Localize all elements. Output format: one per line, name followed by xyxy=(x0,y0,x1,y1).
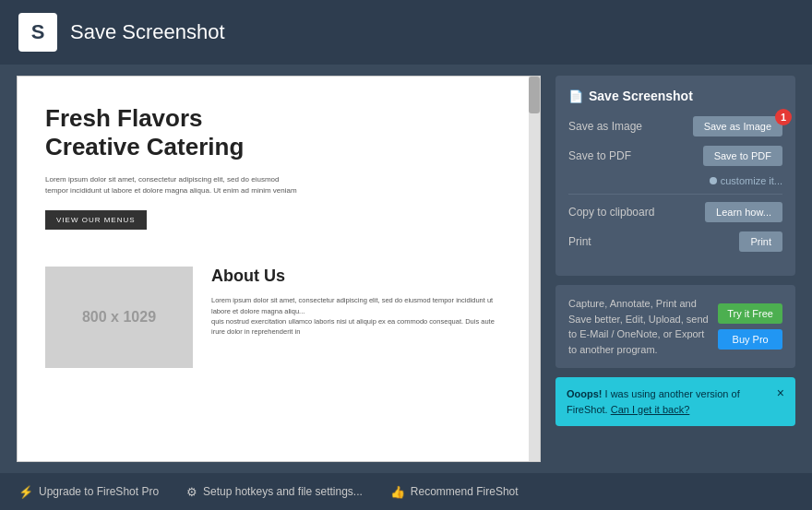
app-footer: ⚡ Upgrade to FireShot Pro ⚙ Setup hotkey… xyxy=(0,473,812,510)
about-image: 800 x 1029 xyxy=(45,267,193,368)
footer-upgrade[interactable]: ⚡ Upgrade to FireShot Pro xyxy=(18,485,159,499)
main-content: Fresh Flavors Creative Catering Lorem ip… xyxy=(0,65,812,473)
app-header: S Save Screenshot xyxy=(0,0,812,65)
about-title: About Us xyxy=(211,267,501,286)
save-pdf-label: Save to PDF xyxy=(568,149,631,162)
app-title: Save Screenshot xyxy=(70,20,225,44)
scrollbar[interactable] xyxy=(529,77,540,461)
save-box-header: 📄 Save Screenshot xyxy=(568,89,782,103)
print-row: Print Print xyxy=(568,231,782,252)
hero-button[interactable]: VIEW OUR MENUS xyxy=(45,210,147,230)
hero-paragraph: Lorem ipsum dolor sit amet, consectetur … xyxy=(45,174,304,196)
about-para1: Lorem ipsum dolor sit amet, consectetur … xyxy=(211,295,501,316)
notification-text: Ooops! I was using another version of Fi… xyxy=(567,386,770,417)
save-to-pdf-button[interactable]: Save to PDF xyxy=(703,146,782,166)
footer-recommend-label: Recommend FireShot xyxy=(411,485,519,498)
buy-pro-button[interactable]: Buy Pro xyxy=(718,329,782,350)
footer-upgrade-label: Upgrade to FireShot Pro xyxy=(39,485,159,498)
footer-recommend[interactable]: 👍 Recommend FireShot xyxy=(390,485,519,499)
notification-box: Ooops! I was using another version of Fi… xyxy=(555,377,795,426)
save-box: 📄 Save Screenshot Save as Image Save as … xyxy=(555,76,795,276)
copy-clipboard-row: Copy to clipboard Learn how... xyxy=(568,202,782,222)
learn-how-button[interactable]: Learn how... xyxy=(705,202,782,222)
save-pdf-row: Save to PDF Save to PDF xyxy=(568,146,782,166)
save-image-label: Save as Image xyxy=(568,120,642,133)
notification-bold: Ooops! xyxy=(567,388,603,399)
print-button[interactable]: Print xyxy=(739,231,782,252)
promo-buttons: Try it Free Buy Pro xyxy=(718,296,782,357)
divider1 xyxy=(568,194,782,195)
copy-clipboard-label: Copy to clipboard xyxy=(568,206,654,219)
footer-setup-label: Setup hotkeys and file settings... xyxy=(203,485,363,498)
save-image-row: Save as Image Save as Image 1 xyxy=(568,116,782,136)
right-panel: 📄 Save Screenshot Save as Image Save as … xyxy=(555,76,795,462)
hero-title: Fresh Flavors Creative Catering xyxy=(45,104,501,161)
about-para2: quis nostrud exercitation ullamco labori… xyxy=(211,316,501,338)
save-box-title: Save Screenshot xyxy=(589,89,693,103)
scrollbar-thumb[interactable] xyxy=(529,77,540,113)
notification-link[interactable]: Can I get it back? xyxy=(611,404,690,415)
print-label: Print xyxy=(568,235,591,248)
thumbs-up-icon: 👍 xyxy=(390,485,405,499)
save-as-image-button[interactable]: Save as Image xyxy=(693,116,782,136)
customize-label: customize it... xyxy=(721,175,782,186)
promo-text: Capture, Annotate, Print and Save better… xyxy=(568,296,709,357)
footer-setup[interactable]: ⚙ Setup hotkeys and file settings... xyxy=(186,485,363,499)
customize-link[interactable]: customize it... xyxy=(568,175,782,186)
promo-box: Capture, Annotate, Print and Save better… xyxy=(555,285,795,368)
notification-badge: 1 xyxy=(775,109,792,125)
app-logo: S xyxy=(18,13,57,52)
about-text: About Us Lorem ipsum dolor sit amet, con… xyxy=(211,267,501,368)
settings-icon: ⚙ xyxy=(186,485,197,499)
hero-section: Fresh Flavors Creative Catering Lorem ip… xyxy=(45,104,501,248)
save-image-btn-container: Save as Image 1 xyxy=(693,116,782,136)
about-section: 800 x 1029 About Us Lorem ipsum dolor si… xyxy=(45,267,501,368)
close-notification-button[interactable]: × xyxy=(777,386,784,399)
gear-icon xyxy=(710,177,717,184)
preview-content: Fresh Flavors Creative Catering Lorem ip… xyxy=(18,77,529,461)
try-free-button[interactable]: Try it Free xyxy=(718,303,782,324)
doc-icon: 📄 xyxy=(568,89,583,103)
lightning-icon: ⚡ xyxy=(18,485,33,499)
screenshot-preview: Fresh Flavors Creative Catering Lorem ip… xyxy=(17,76,541,462)
